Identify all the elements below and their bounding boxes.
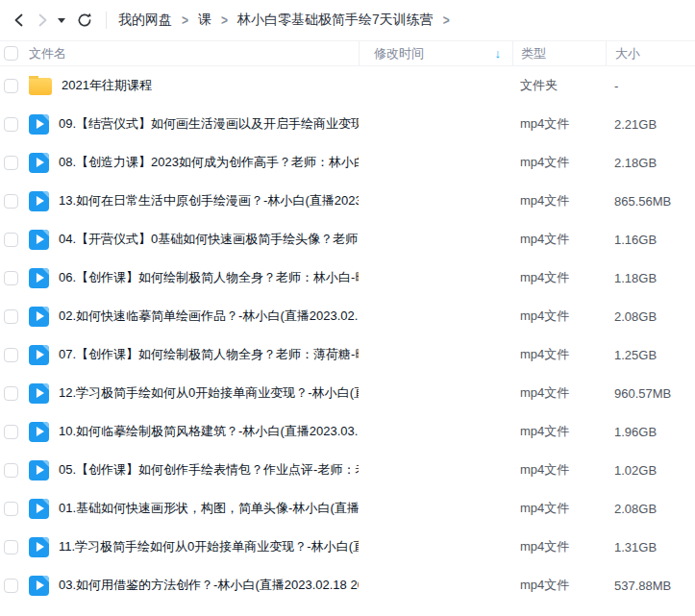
header-time[interactable]: 修改时间 ↓ [359,41,512,65]
forward-icon [35,12,50,28]
table-row[interactable]: 11.学习极简手绘如何从0开始接单商业变现？-林小白(直... mp4文件 1.… [0,528,695,566]
file-name[interactable]: 02.如何快速临摹简单绘画作品？-林小白(直播2023.02.11... [59,308,359,325]
file-size: 537.88MB [606,579,695,593]
file-name[interactable]: 09.【结营仪式】如何画生活漫画以及开启手绘商业变现？ ... [59,115,359,133]
file-type: mp4文件 [512,500,606,517]
table-row[interactable]: 08.【创造力课】2023如何成为创作高手？老师：林小白-... mp4文件 2… [0,143,695,182]
row-checkbox[interactable] [4,579,18,593]
file-size: 2.08GB [606,309,695,324]
breadcrumb-separator-icon: > [221,12,228,29]
row-checkbox[interactable] [4,194,18,209]
breadcrumb-item[interactable]: 课 [198,12,211,29]
toolbar: 我的网盘>课>林小白零基础极简手绘7天训练营> [0,0,695,40]
file-type: mp4文件 [512,461,606,479]
row-checkbox[interactable] [4,425,18,439]
file-name[interactable]: 05.【创作课】如何创作手绘表情包？作业点评-老师：老... [59,461,359,479]
file-list: 2021年往期课程 文件夹 - 09.【结营仪式】如何画生活漫画以及开启手绘商业… [0,66,695,604]
back-icon [12,12,27,28]
row-checkbox[interactable] [4,348,18,362]
row-checkbox[interactable] [4,309,18,324]
table-row[interactable]: 05.【创作课】如何创作手绘表情包？作业点评-老师：老... mp4文件 1.0… [0,451,695,489]
file-type: mp4文件 [512,577,606,594]
file-name[interactable]: 07.【创作课】如何绘制极简人物全身？老师：薄荷糖-晚8... [59,346,359,363]
video-file-icon [29,307,49,327]
row-checkbox[interactable] [4,502,18,516]
file-name[interactable]: 13.如何在日常生活中原创手绘漫画？-林小白(直播2023.0... [59,192,359,209]
file-size: 1.25GB [606,348,695,362]
video-file-icon [29,460,49,480]
table-row[interactable]: 2021年往期课程 文件夹 - [0,66,695,105]
video-file-icon [29,153,49,173]
select-all-checkbox[interactable] [4,46,18,61]
file-size: 865.56MB [606,194,695,209]
file-size: 2.08GB [606,502,695,516]
file-type: mp4文件 [512,231,606,248]
row-checkbox[interactable] [4,463,18,478]
video-file-icon [29,537,49,557]
file-size: 1.31GB [606,540,695,554]
file-name[interactable]: 12.学习极简手绘如何从0开始接单商业变现？-林小白(直... [59,384,359,402]
breadcrumb-item[interactable]: 林小白零基础极简手绘7天训练营 [237,12,434,29]
folder-icon [29,78,52,95]
file-type: mp4文件 [512,154,606,171]
file-type: 文件夹 [512,77,606,94]
table-row[interactable]: 09.【结营仪式】如何画生活漫画以及开启手绘商业变现？ ... mp4文件 2.… [0,105,695,143]
refresh-icon [76,12,93,29]
row-checkbox[interactable] [4,540,18,554]
table-row[interactable]: 10.如何临摹绘制极简风格建筑？-林小白(直播2023.03.11... mp4… [0,412,695,451]
table-row[interactable]: 13.如何在日常生活中原创手绘漫画？-林小白(直播2023.0... mp4文件… [0,182,695,220]
file-size: 1.18GB [606,271,695,285]
row-checkbox[interactable] [4,386,18,401]
header-time-label: 修改时间 [374,45,424,62]
file-name[interactable]: 2021年往期课程 [62,77,152,94]
row-checkbox[interactable] [4,156,18,170]
breadcrumb: 我的网盘>课>林小白零基础极简手绘7天训练营> [118,12,459,29]
breadcrumb-separator-icon: > [182,12,188,29]
sort-desc-icon[interactable]: ↓ [495,46,502,61]
refresh-button[interactable] [73,9,96,32]
table-row[interactable]: 06.【创作课】如何绘制极简人物全身？老师：林小白-晚8... mp4文件 1.… [0,259,695,297]
forward-button[interactable] [31,9,54,32]
table-row[interactable]: 01.基础如何快速画形状，构图，简单头像-林小白(直播20... mp4文件 2… [0,489,695,528]
file-size: 960.57MB [606,386,695,401]
video-file-icon [29,576,49,596]
file-type: mp4文件 [512,538,606,555]
file-name[interactable]: 06.【创作课】如何绘制极简人物全身？老师：林小白-晚8... [59,269,359,286]
file-type: mp4文件 [512,269,606,286]
row-checkbox[interactable] [4,79,18,93]
file-name[interactable]: 03.如何用借鉴的方法创作？-林小白(直播2023.02.18 20.... [59,577,359,594]
table-row[interactable]: 04.【开营仪式】0基础如何快速画极简手绘头像？老师：... mp4文件 1.1… [0,220,695,259]
file-name[interactable]: 10.如何临摹绘制极简风格建筑？-林小白(直播2023.03.11... [59,423,359,440]
table-header: 文件名 修改时间 ↓ 类型 大小 [0,40,695,66]
header-checkbox-cell [0,46,29,61]
file-type: mp4文件 [512,346,606,363]
video-file-icon [29,499,49,519]
file-name[interactable]: 01.基础如何快速画形状，构图，简单头像-林小白(直播20... [59,500,359,517]
back-button[interactable] [8,9,31,32]
header-type[interactable]: 类型 [512,41,606,65]
breadcrumb-separator-icon: > [443,12,450,29]
history-dropdown-button[interactable] [54,9,69,32]
row-checkbox[interactable] [4,271,18,285]
file-name[interactable]: 04.【开营仪式】0基础如何快速画极简手绘头像？老师：... [59,231,359,248]
video-file-icon [29,345,49,365]
row-checkbox[interactable] [4,117,18,132]
table-row[interactable]: 03.如何用借鉴的方法创作？-林小白(直播2023.02.18 20.... m… [0,566,695,604]
table-row[interactable]: 02.如何快速临摹简单绘画作品？-林小白(直播2023.02.11... mp4… [0,297,695,335]
file-size: 2.21GB [606,117,695,132]
file-name[interactable]: 11.学习极简手绘如何从0开始接单商业变现？-林小白(直... [59,538,359,555]
file-type: mp4文件 [512,308,606,325]
table-row[interactable]: 07.【创作课】如何绘制极简人物全身？老师：薄荷糖-晚8... mp4文件 1.… [0,335,695,374]
video-file-icon [29,383,49,404]
file-size: 2.18GB [606,156,695,170]
video-file-icon [29,191,49,211]
header-size[interactable]: 大小 [606,41,695,65]
file-type: mp4文件 [512,192,606,209]
row-checkbox[interactable] [4,233,18,247]
table-row[interactable]: 12.学习极简手绘如何从0开始接单商业变现？-林小白(直... mp4文件 96… [0,374,695,412]
file-size: - [606,79,695,93]
file-type: mp4文件 [512,115,606,133]
file-name[interactable]: 08.【创造力课】2023如何成为创作高手？老师：林小白-... [59,154,359,171]
header-name[interactable]: 文件名 [29,45,359,62]
breadcrumb-item[interactable]: 我的网盘 [118,12,172,29]
